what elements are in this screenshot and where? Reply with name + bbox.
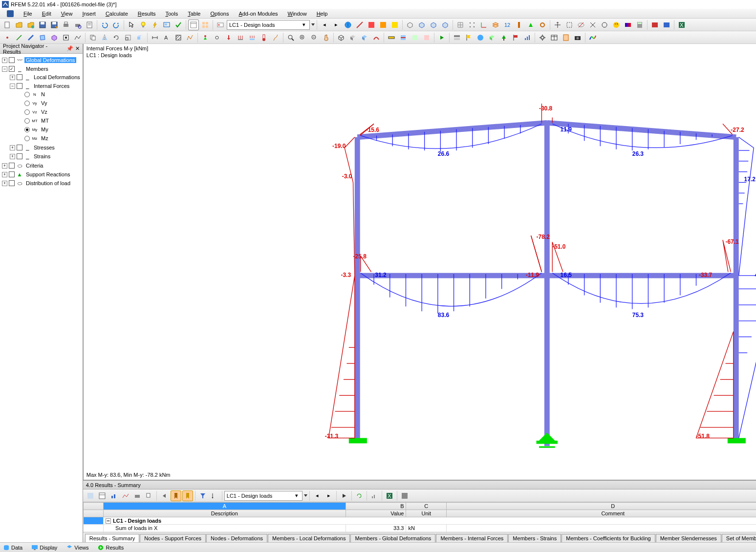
rp-filter-icon[interactable] <box>197 490 208 501</box>
scale-icon[interactable] <box>123 32 133 43</box>
tab-members-internal[interactable]: Members - Internal Forces <box>436 534 508 542</box>
radio-mz[interactable] <box>24 136 30 141</box>
menu-file[interactable]: File <box>19 10 37 18</box>
load-force-icon[interactable] <box>223 32 234 43</box>
flag2-icon[interactable] <box>510 32 521 43</box>
load-temp-icon[interactable] <box>259 32 269 43</box>
hatch-icon[interactable] <box>173 32 184 43</box>
collapse-icon[interactable]: − <box>2 66 7 72</box>
load-line-icon[interactable] <box>235 32 246 43</box>
globe-icon[interactable] <box>343 20 353 30</box>
new-icon[interactable] <box>2 20 13 30</box>
results-yellow-icon[interactable] <box>389 20 400 30</box>
rp-table-icon[interactable] <box>97 490 108 501</box>
hinges-icon[interactable] <box>537 20 548 30</box>
run-icon[interactable] <box>649 20 660 30</box>
save-as-icon[interactable] <box>49 20 60 30</box>
menu-tools[interactable]: Tools <box>160 10 183 18</box>
surface-icon[interactable] <box>37 32 48 43</box>
results-red-icon[interactable] <box>366 20 377 30</box>
zoom-window-icon[interactable] <box>161 20 172 30</box>
bottom-results[interactable]: Results <box>97 544 124 551</box>
snap-icon[interactable] <box>467 20 477 30</box>
dropdown-arrow-icon[interactable] <box>311 23 315 26</box>
rotate-icon[interactable] <box>111 32 122 43</box>
results-grid[interactable]: A B C D Description Value Unit Comment −… <box>83 502 756 532</box>
rp-bookmark-icon[interactable] <box>171 490 181 501</box>
menu-addon[interactable]: Add-on Modules <box>234 10 282 18</box>
menu-calculate[interactable]: Calculate <box>101 10 133 18</box>
axes-icon[interactable] <box>478 20 489 30</box>
globe2-icon[interactable] <box>475 32 486 43</box>
text-icon[interactable]: A <box>161 32 172 43</box>
cross-icon[interactable] <box>587 20 598 30</box>
clip-icon[interactable] <box>398 32 409 43</box>
tree-members[interactable]: Members <box>24 66 50 72</box>
menu-results[interactable]: Results <box>133 10 161 18</box>
bottom-display[interactable]: Display <box>31 544 57 551</box>
tree-icon[interactable] <box>498 32 509 43</box>
radio-my[interactable] <box>24 127 30 132</box>
tab-members-strains[interactable]: Members - Strains <box>508 534 561 542</box>
radio-n[interactable] <box>24 92 30 97</box>
node-icon[interactable] <box>2 32 13 43</box>
tree-support-reactions[interactable]: Support Reactions <box>24 171 72 177</box>
results-orange-icon[interactable] <box>378 20 389 30</box>
rp-copy-icon[interactable] <box>144 490 154 501</box>
tab-slenderness[interactable]: Member Slendernesses <box>656 534 721 542</box>
print-preview-icon[interactable] <box>72 20 83 30</box>
loadcase-icon[interactable] <box>215 20 226 30</box>
polyline-icon[interactable] <box>72 32 83 43</box>
rp-next-icon[interactable]: ▸ <box>324 490 334 501</box>
measure-icon[interactable] <box>386 32 397 43</box>
cube-green-icon[interactable] <box>487 32 497 43</box>
tree-global-deformations[interactable]: Global Deformations <box>24 57 76 63</box>
grid-icon[interactable] <box>455 20 466 30</box>
lightning-icon[interactable] <box>150 20 160 30</box>
clip-xy-icon[interactable] <box>410 32 420 43</box>
member-icon[interactable] <box>25 32 36 43</box>
rp-print-icon[interactable] <box>132 490 143 501</box>
tab-members-local[interactable]: Members - Local Deformations <box>268 534 350 542</box>
rp-prev-icon[interactable]: ◂ <box>312 490 323 501</box>
radio-vz[interactable] <box>24 109 30 115</box>
menu-window[interactable]: Window <box>283 10 312 18</box>
radio-vy[interactable] <box>24 101 30 106</box>
sections-icon[interactable] <box>514 20 524 30</box>
rp-play-icon[interactable] <box>339 490 349 501</box>
view-x-icon[interactable] <box>416 20 427 30</box>
members-icon[interactable] <box>354 20 365 30</box>
report-icon[interactable] <box>561 32 571 43</box>
animate-icon[interactable] <box>436 32 447 43</box>
module-icon[interactable] <box>661 20 672 30</box>
view-y-icon[interactable] <box>428 20 439 30</box>
rp-excel-icon[interactable]: X <box>384 490 395 501</box>
open-icon[interactable] <box>14 20 24 30</box>
menu-options[interactable]: Options <box>205 10 234 18</box>
tab-results-summary[interactable]: Results - Summary <box>85 534 140 542</box>
model-viewport[interactable]: Internal Forces M-y [kNm] LC1 : Design l… <box>83 44 756 480</box>
app-menu-icon[interactable] <box>7 10 14 17</box>
tree-strains[interactable]: Strains <box>32 153 52 159</box>
zoom-all-icon[interactable] <box>285 32 296 43</box>
wireframe-icon[interactable] <box>336 32 346 43</box>
tab-nodes-support[interactable]: Nodes - Support Forces <box>140 534 206 542</box>
window-icon[interactable] <box>188 20 199 30</box>
pline-icon[interactable] <box>185 32 195 43</box>
dimension-icon[interactable] <box>150 32 160 43</box>
tab-members-buckling[interactable]: Members - Coefficients for Buckling <box>562 534 655 542</box>
gradient-icon[interactable] <box>623 20 633 30</box>
rp-refresh-icon[interactable] <box>354 490 365 501</box>
grid-view-icon[interactable] <box>200 20 211 30</box>
pin-icon[interactable]: 📌 <box>66 45 73 52</box>
select-icon[interactable] <box>564 20 575 30</box>
open-model-icon[interactable] <box>25 20 36 30</box>
redo-icon[interactable] <box>111 20 122 30</box>
menu-table[interactable]: Table <box>183 10 205 18</box>
iso-view-icon[interactable] <box>405 20 415 30</box>
results-loadcase-combo[interactable]: LC1 - Design loads ▾ <box>224 491 302 501</box>
hinge-icon[interactable] <box>212 32 222 43</box>
solid-icon[interactable] <box>49 32 60 43</box>
results-group-label[interactable]: LC1 - Design loads <box>113 518 161 524</box>
copy-icon[interactable] <box>87 32 98 43</box>
